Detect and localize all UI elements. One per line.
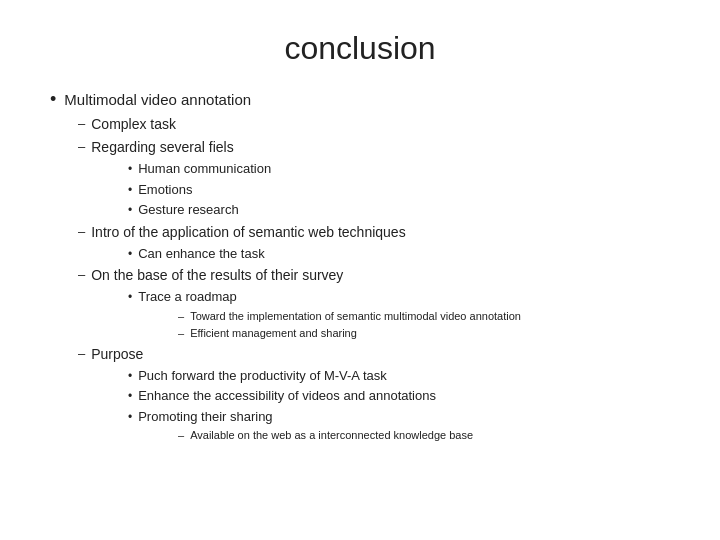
dash-intro-container: – Intro of the application of semantic w… xyxy=(78,222,670,264)
sub-promoting: • Promoting their sharing xyxy=(128,407,670,427)
sub-text-roadmap: Trace a roadmap xyxy=(138,287,237,307)
sub-purpose-container: • Puch forward the productivity of M-V-A… xyxy=(128,366,670,444)
sub-enhance-access: • Enhance the accessibility of videos an… xyxy=(128,386,670,406)
subsub-toward-container: – Toward the implementation of semantic … xyxy=(178,308,670,342)
sub-enhance: • Can enhance the task xyxy=(128,244,670,264)
bullet-marker-1: • xyxy=(50,87,56,112)
subsub-text-efficient: Efficient management and sharing xyxy=(190,325,357,342)
sub-marker-7: • xyxy=(128,387,132,405)
sub-text-enhance: Can enhance the task xyxy=(138,244,264,264)
dash-complex-task: – Complex task xyxy=(78,114,670,135)
subsub-toward: – Toward the implementation of semantic … xyxy=(178,308,670,325)
dash-regarding: – Regarding several fiels xyxy=(78,137,670,158)
dash-marker-3: – xyxy=(78,222,85,242)
dash-results-container: – On the base of the results of their su… xyxy=(78,265,670,342)
bullet-multimodal: • Multimodal video annotation xyxy=(50,89,670,112)
bullet-text-1: Multimodal video annotation xyxy=(64,89,251,112)
sub-marker-6: • xyxy=(128,367,132,385)
dash-intro: – Intro of the application of semantic w… xyxy=(78,222,670,243)
sub-roadmap-container: • Trace a roadmap – Toward the implement… xyxy=(128,287,670,342)
dash-text-purpose: Purpose xyxy=(91,344,143,365)
dash-purpose: – Purpose xyxy=(78,344,670,365)
sub-marker-2: • xyxy=(128,181,132,199)
dash-text-results: On the base of the results of their surv… xyxy=(91,265,343,286)
sub-marker-1: • xyxy=(128,160,132,178)
dash-marker-4: – xyxy=(78,265,85,285)
subsub-marker-1: – xyxy=(178,308,184,325)
sub-puch: • Puch forward the productivity of M-V-A… xyxy=(128,366,670,386)
sub-emotions: • Emotions xyxy=(128,180,670,200)
sub-bullets-regarding: • Human communication • Emotions • Gestu… xyxy=(128,159,670,220)
dash-marker-2: – xyxy=(78,137,85,157)
dash-text-complex-task: Complex task xyxy=(91,114,176,135)
sub-text-enhance-access: Enhance the accessibility of videos and … xyxy=(138,386,436,406)
dash-marker-5: – xyxy=(78,344,85,364)
sub-roadmap: • Trace a roadmap xyxy=(128,287,670,307)
slide-content: • Multimodal video annotation – Complex … xyxy=(50,89,670,444)
dash-purpose-container: – Purpose • Puch forward the productivit… xyxy=(78,344,670,444)
sub-text-gesture: Gesture research xyxy=(138,200,238,220)
sub-marker-8: • xyxy=(128,408,132,426)
subsub-available-container: – Available on the web as a interconnect… xyxy=(178,427,670,444)
subsub-marker-2: – xyxy=(178,325,184,342)
dash-complex-task-container: – Complex task xyxy=(78,114,670,135)
slide: conclusion • Multimodal video annotation… xyxy=(0,0,720,540)
dash-text-regarding: Regarding several fiels xyxy=(91,137,233,158)
dash-marker-1: – xyxy=(78,114,85,134)
sub-marker-3: • xyxy=(128,201,132,219)
sub-human-comm: • Human communication xyxy=(128,159,670,179)
sub-text-promoting: Promoting their sharing xyxy=(138,407,272,427)
dash-text-intro: Intro of the application of semantic web… xyxy=(91,222,405,243)
sub-enhance-container: • Can enhance the task xyxy=(128,244,670,264)
sub-marker-4: • xyxy=(128,245,132,263)
subsub-efficient: – Efficient management and sharing xyxy=(178,325,670,342)
sub-marker-5: • xyxy=(128,288,132,306)
sub-text-human-comm: Human communication xyxy=(138,159,271,179)
dash-results: – On the base of the results of their su… xyxy=(78,265,670,286)
sub-gesture: • Gesture research xyxy=(128,200,670,220)
dash-regarding-container: – Regarding several fiels • Human commun… xyxy=(78,137,670,220)
subsub-available: – Available on the web as a interconnect… xyxy=(178,427,670,444)
sub-text-puch: Puch forward the productivity of M-V-A t… xyxy=(138,366,387,386)
subsub-text-toward: Toward the implementation of semantic mu… xyxy=(190,308,521,325)
subsub-marker-3: – xyxy=(178,427,184,444)
subsub-text-available: Available on the web as a interconnected… xyxy=(190,427,473,444)
slide-title: conclusion xyxy=(50,30,670,67)
sub-text-emotions: Emotions xyxy=(138,180,192,200)
